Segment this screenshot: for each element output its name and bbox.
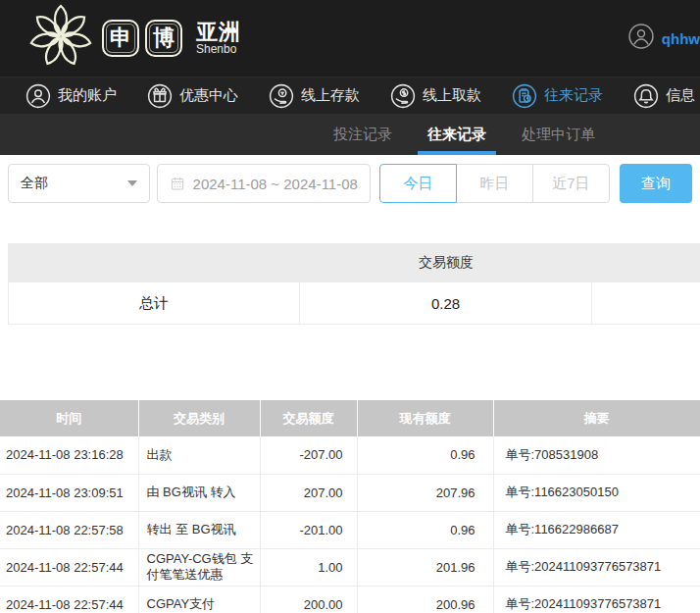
cell-time: 2024-11-08 22:57:44	[0, 548, 138, 586]
column-header-time: 时间	[0, 400, 138, 436]
cell-amount: 200.00	[260, 586, 357, 613]
nav-label: 线上取款	[423, 86, 481, 105]
table-row: 2024-11-08 22:57:44 CGPAY支付 200.00 200.9…	[0, 586, 700, 613]
logo-characters: 申 博	[102, 20, 182, 57]
cell-amount: 1.00	[260, 548, 357, 586]
column-header-balance: 现有额度	[357, 400, 493, 436]
nav-item-messages[interactable]: 信息	[633, 83, 695, 109]
cell-type: 出款	[138, 436, 260, 474]
flower-logo-icon	[29, 3, 92, 74]
yesterday-button[interactable]: 昨日	[456, 164, 533, 203]
nav-item-withdraw[interactable]: 线上取款	[390, 83, 481, 109]
cell-type: CGPAY-CG钱包 支付笔笔送优惠	[138, 548, 260, 586]
cell-time: 2024-11-08 22:57:44	[0, 586, 138, 613]
date-range-input[interactable]: 2024-11-08 ~ 2024-11-08	[157, 164, 371, 203]
cell-type: 转出 至 BG视讯	[138, 511, 260, 548]
table-row: 2024-11-08 22:57:58 转出 至 BG视讯 -201.00 0.…	[0, 511, 700, 548]
today-button[interactable]: 今日	[379, 164, 457, 203]
transactions-table: 时间 交易类别 交易额度 现有额度 摘要 2024-11-08 23:16:28…	[0, 400, 700, 613]
cell-amount: -201.00	[260, 511, 357, 548]
chevron-down-icon	[127, 180, 137, 186]
brand-logo[interactable]: 申 博 亚洲 Shenbo	[29, 3, 241, 74]
category-select[interactable]: 全部	[8, 164, 150, 203]
tab-label: 处理中订单	[522, 126, 595, 144]
summary-total-row: 总计 0.28	[9, 282, 700, 324]
bell-icon	[633, 83, 659, 109]
nav-item-transaction-records[interactable]: 往来记录	[512, 83, 603, 109]
category-select-value: 全部	[21, 175, 48, 192]
user-account[interactable]: qhhw	[628, 24, 700, 53]
last-7-days-button[interactable]: 近7日	[532, 164, 610, 203]
search-button[interactable]: 查询	[620, 164, 692, 203]
quick-range-label: 昨日	[479, 175, 509, 193]
user-icon	[25, 83, 51, 109]
nav-label: 往来记录	[544, 86, 603, 105]
table-row: 2024-11-08 22:57:44 CGPAY-CG钱包 支付笔笔送优惠 1…	[0, 548, 700, 586]
logo-char-shen: 申	[102, 20, 139, 57]
cell-balance: 0.96	[357, 511, 493, 548]
search-button-label: 查询	[641, 175, 671, 193]
tab-processing-orders[interactable]: 处理中订单	[512, 114, 605, 155]
tab-betting-records[interactable]: 投注记录	[324, 114, 402, 155]
table-header-row: 时间 交易类别 交易额度 现有额度 摘要	[0, 400, 700, 436]
tab-transaction-records[interactable]: 往来记录	[418, 114, 496, 155]
cell-memo: 单号:116623050150	[493, 474, 700, 511]
cell-balance: 0.96	[357, 436, 493, 474]
nav-item-promotions[interactable]: 优惠中心	[147, 83, 238, 109]
deposit-icon	[269, 83, 294, 109]
table-row: 2024-11-08 23:09:51 由 BG视讯 转入 207.00 207…	[0, 474, 700, 511]
cell-type: 由 BG视讯 转入	[138, 474, 260, 511]
user-avatar-icon	[628, 24, 654, 53]
tab-label: 往来记录	[427, 126, 486, 144]
username-text[interactable]: qhhw	[662, 30, 700, 47]
quick-range-label: 今日	[403, 175, 432, 193]
withdraw-icon	[390, 83, 416, 109]
column-header-amount: 交易额度	[260, 400, 357, 436]
summary-table: 交易额度 总计 0.28	[8, 243, 700, 325]
nav-label: 信息	[666, 86, 695, 105]
quick-range-group: 今日 昨日 近7日	[379, 164, 610, 203]
date-range-value: 2024-11-08 ~ 2024-11-08	[193, 176, 358, 192]
cell-amount: -207.00	[260, 436, 357, 474]
summary-total-label: 总计	[9, 282, 300, 324]
main-nav: 我的账户 优惠中心 线上存款 线上取款 往来记录 信息	[0, 77, 700, 114]
cell-balance: 207.96	[357, 474, 493, 511]
cell-time: 2024-11-08 23:09:51	[0, 474, 138, 511]
summary-header-row: 交易额度	[9, 243, 700, 282]
logo-subtitle: Shenbo	[196, 43, 241, 56]
cell-memo: 单号:116622986687	[493, 511, 700, 548]
summary-header-spacer	[9, 243, 300, 282]
cell-memo: 单号:708531908	[493, 436, 700, 474]
cell-amount: 207.00	[260, 474, 357, 511]
top-header: 申 博 亚洲 Shenbo qhhw	[0, 0, 700, 77]
cell-balance: 201.96	[357, 548, 493, 586]
nav-label: 优惠中心	[179, 86, 238, 105]
column-header-type: 交易类别	[138, 400, 260, 436]
summary-total-value: 0.28	[300, 282, 592, 324]
table-row: 2024-11-08 23:16:28 出款 -207.00 0.96 单号:7…	[0, 436, 700, 474]
logo-region-text: 亚洲	[196, 21, 241, 43]
column-header-memo: 摘要	[493, 400, 700, 436]
records-icon	[512, 83, 537, 109]
cell-time: 2024-11-08 22:57:58	[0, 511, 138, 548]
nav-label: 我的账户	[58, 86, 117, 105]
logo-char-bo: 博	[145, 20, 182, 57]
sub-nav: 投注记录 往来记录 处理中订单	[0, 114, 700, 155]
logo-region: 亚洲 Shenbo	[196, 21, 241, 56]
calendar-icon	[170, 176, 185, 191]
cell-time: 2024-11-08 23:16:28	[0, 436, 138, 474]
gift-icon	[147, 83, 173, 109]
tab-label: 投注记录	[333, 126, 392, 144]
summary-header-label: 交易额度	[300, 243, 592, 282]
filter-bar: 全部 2024-11-08 ~ 2024-11-08 今日 昨日 近7日 查询	[8, 164, 692, 203]
cell-memo: 单号:202411093776573871	[493, 548, 700, 586]
nav-label: 线上存款	[301, 86, 360, 105]
nav-item-my-account[interactable]: 我的账户	[25, 83, 117, 109]
summary-header-spacer	[592, 243, 700, 282]
quick-range-label: 近7日	[552, 175, 589, 193]
cell-memo: 单号:202411093776573871	[493, 586, 700, 613]
summary-empty-cell	[592, 282, 700, 324]
nav-item-deposit[interactable]: 线上存款	[269, 83, 360, 109]
cell-balance: 200.96	[357, 586, 493, 613]
cell-type: CGPAY支付	[138, 586, 260, 613]
